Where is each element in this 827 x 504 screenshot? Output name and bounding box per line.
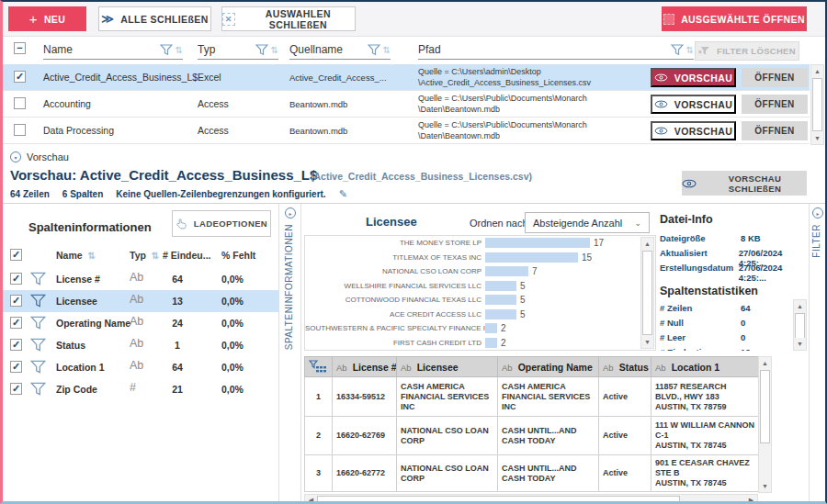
row-checkbox[interactable] <box>14 124 26 136</box>
file-row-data-processing[interactable]: Data Processing Access Beantown.mdb Quel… <box>3 118 810 144</box>
column-row-location[interactable]: Location 1 Ab 64 0,0% <box>3 356 278 378</box>
column-row-status[interactable]: Status Ab 1 0,0% <box>3 334 278 356</box>
open-selected-button[interactable]: AUSGEWÄHLTE ÖFFNEN <box>662 6 807 31</box>
grid-row[interactable]: 3 16620-62772 NATIONAL CSO LOAN CORP CAS… <box>305 455 759 492</box>
column-row-licensee[interactable]: Licensee Ab 13 0,0% <box>3 290 278 312</box>
bar[interactable] <box>485 338 497 348</box>
bar[interactable] <box>485 295 516 305</box>
filter-icon[interactable] <box>368 44 380 56</box>
column-header-source[interactable]: Quellname ⇅ <box>289 40 391 60</box>
sort-icon[interactable]: ⇅ <box>271 45 278 55</box>
column-row-license[interactable]: License # Ab 64 0,0% <box>3 268 278 290</box>
scroll-left-arrow[interactable]: ◀ <box>305 495 317 504</box>
select-all-checkbox[interactable] <box>14 42 26 54</box>
grid-row[interactable]: 1 16334-59512 CASH AMERICA FINANCIAL SER… <box>305 377 759 417</box>
preview-button[interactable]: VORSCHAU <box>651 121 736 140</box>
collapse-circle-icon[interactable]: ▸ <box>812 207 823 218</box>
load-options-button[interactable]: LADEOPTIONEN <box>172 210 271 237</box>
bar-row[interactable]: SOUTHWESTERN & PACIFIC SPECIALTY FINANCE… <box>305 321 655 336</box>
bar[interactable] <box>485 266 528 276</box>
column-row-zip-code[interactable]: Zip Code # 21 0,0% <box>3 378 278 400</box>
column-header-name[interactable]: Name ⇅ <box>43 40 183 60</box>
scroll-thumb[interactable] <box>812 78 822 131</box>
filter-icon[interactable] <box>30 294 46 308</box>
grid-header-status[interactable]: AbStatus <box>599 357 651 377</box>
close-preview-button[interactable]: VORSCHAU SCHLIEßEN <box>682 171 807 196</box>
header-missing[interactable]: % Fehlt <box>221 250 255 261</box>
close-selection-button[interactable]: ✕ AUSWAHLEN SCHLIEßEN <box>221 6 356 31</box>
grid-filter-corner[interactable] <box>305 357 333 377</box>
grid-header-operating[interactable]: AbOperating Name <box>498 357 599 377</box>
scroll-thumb[interactable] <box>317 496 680 504</box>
bar[interactable] <box>485 309 516 319</box>
row-checkbox[interactable] <box>14 71 26 83</box>
preview-section-toggle[interactable]: ▾ Vorschau <box>10 151 69 162</box>
column-row-operating-name[interactable]: Operating Name Ab 24 0,0% <box>3 312 278 334</box>
scroll-up-arrow[interactable]: ▲ <box>811 65 823 77</box>
scroll-down-arrow[interactable]: ▼ <box>641 336 653 348</box>
open-button[interactable]: ÖFFNEN <box>742 68 808 87</box>
sort-icon[interactable]: ⇅ <box>686 45 694 55</box>
filter-collapse-strip[interactable]: ▸ FILTER <box>809 204 825 501</box>
new-button[interactable]: + NEU <box>8 6 86 31</box>
close-all-button[interactable]: ≫ ALLE SCHLIEßEN <box>98 6 211 31</box>
filter-icon[interactable] <box>671 44 684 56</box>
bar-row[interactable]: FIRST CASH CREDIT LTD2 <box>305 336 655 351</box>
column-checkbox[interactable] <box>10 361 22 373</box>
filter-icon[interactable] <box>30 382 46 397</box>
bar-row[interactable]: COTTONWOOD FINANCIAL TEXAS LLC5 <box>305 293 655 308</box>
scroll-up-arrow[interactable]: ▲ <box>641 238 653 250</box>
grid-horizontal-scrollbar[interactable]: ◀ ▶ <box>304 494 758 504</box>
column-checkbox[interactable] <box>10 273 22 285</box>
stats-scrollbar[interactable]: ▲ ▼ <box>793 299 807 351</box>
scroll-down-arrow[interactable]: ▼ <box>759 480 771 492</box>
file-grid-scrollbar[interactable]: ▲ ▼ <box>810 64 824 145</box>
column-header-path[interactable]: Pfad ⇅ <box>418 40 694 60</box>
scroll-thumb[interactable] <box>760 370 770 443</box>
scroll-down-arrow[interactable]: ▼ <box>811 132 823 144</box>
sort-icon[interactable]: ⇅ <box>88 251 96 261</box>
filter-icon[interactable] <box>255 44 268 56</box>
filter-icon[interactable] <box>30 360 46 375</box>
header-name[interactable]: Name ⇅ <box>56 250 96 261</box>
file-row-active-credit[interactable]: Active_Credit_Access_Business_L$ Excel A… <box>3 64 810 91</box>
column-info-collapse-strip[interactable]: ▸ SPALTENINFORMATIONEN <box>280 204 301 501</box>
column-checkbox[interactable] <box>10 317 22 329</box>
column-checkbox[interactable] <box>10 295 22 307</box>
bar-row[interactable]: ACE CREDIT ACCESS LLC5 <box>305 308 655 322</box>
bar[interactable] <box>485 323 497 333</box>
bar[interactable] <box>485 252 578 263</box>
filter-icon[interactable] <box>30 338 46 353</box>
chart-scrollbar[interactable]: ▲ ▼ <box>640 237 654 349</box>
open-button[interactable]: ÖFFNEN <box>742 95 808 114</box>
edit-icon[interactable]: ✎ <box>339 188 347 200</box>
sort-icon[interactable]: ⇅ <box>176 45 183 55</box>
filter-icon[interactable] <box>30 316 46 330</box>
clear-filter-button[interactable]: × FILTER LÖSCHEN <box>695 41 799 61</box>
scroll-down-arrow[interactable]: ▼ <box>794 338 806 350</box>
open-button[interactable]: ÖFFNEN <box>742 121 808 140</box>
sort-icon[interactable]: ⇅ <box>383 45 391 55</box>
bar-row[interactable]: NATIONAL CSO LOAN CORP7 <box>305 264 655 279</box>
filter-icon[interactable] <box>160 44 173 56</box>
collapse-circle-icon[interactable]: ▸ <box>285 207 296 218</box>
grid-header-location[interactable]: AbLocation 1 <box>651 357 759 377</box>
grid-header-license[interactable]: AbLicense # <box>333 357 397 377</box>
bar[interactable] <box>485 281 516 291</box>
row-checkbox[interactable] <box>14 97 26 109</box>
sort-icon[interactable]: ⇅ <box>152 251 159 261</box>
column-header-type[interactable]: Typ ⇅ <box>198 40 278 60</box>
select-all-columns-checkbox[interactable] <box>10 249 22 261</box>
grid-row[interactable]: 2 16620-62769 NATIONAL CSO LOAN CORP CAS… <box>305 417 759 455</box>
scroll-thumb[interactable] <box>795 313 805 339</box>
scroll-thumb[interactable] <box>642 251 652 335</box>
column-checkbox[interactable] <box>10 339 22 351</box>
file-row-accounting[interactable]: Accounting Access Beantown.mdb Quelle = … <box>3 91 810 118</box>
sort-order-dropdown[interactable]: Absteigende Anzahl ⌄ <box>525 212 650 233</box>
scroll-up-arrow[interactable]: ▲ <box>794 300 806 312</box>
grid-vertical-scrollbar[interactable]: ▲ ▼ <box>758 356 772 493</box>
header-type[interactable]: Typ ⇅ <box>130 250 159 261</box>
bar[interactable] <box>485 238 590 248</box>
scroll-right-arrow[interactable]: ▶ <box>745 495 757 504</box>
bar-row[interactable]: WELLSHIRE FINANCIAL SERVICES LLC5 <box>305 279 655 294</box>
